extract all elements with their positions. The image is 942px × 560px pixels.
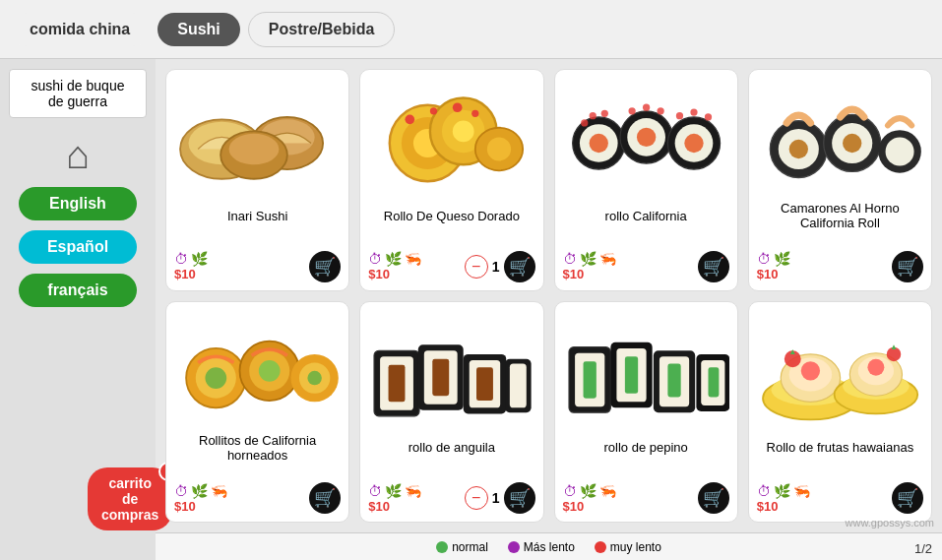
- food-image-california: [563, 78, 729, 196]
- svg-point-27: [581, 119, 588, 126]
- svg-point-15: [430, 107, 437, 114]
- food-controls-shrimp: 🛒: [892, 251, 923, 282]
- food-price-shrimp: $10: [757, 267, 790, 281]
- svg-point-28: [589, 112, 596, 119]
- sidebar-submenu[interactable]: sushi de buque de guerra: [9, 69, 147, 118]
- food-name-anguila: rollo de anguila: [408, 432, 495, 464]
- food-image-hawaianas: [757, 310, 923, 428]
- food-card-pepino: rollo de pepino ⏱ 🌿 🦐 $10 🛒: [554, 301, 738, 524]
- leaf-icon: 🌿: [191, 251, 208, 267]
- svg-point-33: [675, 112, 682, 119]
- svg-point-35: [704, 113, 711, 120]
- food-bottom-inari: ⏱ 🌿 $10 🛒: [174, 251, 341, 282]
- lang-english-button[interactable]: English: [19, 187, 137, 220]
- svg-point-80: [800, 361, 819, 380]
- home-icon[interactable]: ⌂: [66, 133, 90, 177]
- svg-rect-69: [624, 356, 637, 393]
- food-left-anguila: ⏱ 🌿 🦐 $10: [368, 483, 421, 514]
- svg-point-13: [487, 137, 511, 160]
- pagination: 1/2: [914, 541, 932, 556]
- svg-point-5: [229, 133, 280, 163]
- timer-icon: ⏱: [174, 483, 188, 499]
- svg-point-41: [843, 133, 861, 152]
- main-content: Inari Sushi ⏱ 🌿 $10 🛒 Rollo De Queso Dor…: [156, 59, 942, 532]
- svg-point-32: [657, 107, 663, 114]
- legend-slower-label: Más lento: [524, 540, 575, 554]
- timer-icon: ⏱: [757, 251, 771, 267]
- svg-point-46: [205, 367, 226, 389]
- lang-french-button[interactable]: français: [19, 274, 137, 307]
- svg-point-20: [589, 133, 607, 152]
- food-controls-hawaianas: 🛒: [892, 482, 923, 514]
- legend-normal-label: normal: [452, 540, 488, 554]
- food-name-california: rollo California: [605, 200, 687, 231]
- legend-normal-dot: [436, 541, 448, 553]
- food-icons-california: ⏱ 🌿 🦐: [563, 251, 616, 267]
- add-to-cart-btn-hawaianas[interactable]: 🛒: [892, 482, 923, 514]
- tab-sushi[interactable]: Sushi: [157, 13, 240, 46]
- tab-comida-china[interactable]: comida china: [10, 13, 150, 46]
- food-price-california: $10: [563, 267, 616, 281]
- svg-point-26: [684, 133, 703, 152]
- leaf-icon: 🌿: [580, 251, 597, 267]
- decrement-btn-golden[interactable]: −: [465, 255, 488, 279]
- legend-very-slow-dot: [595, 541, 606, 553]
- svg-point-85: [867, 359, 884, 376]
- add-to-cart-btn-california[interactable]: 🛒: [698, 251, 729, 282]
- food-controls-rollitos: 🛒: [309, 482, 341, 514]
- food-bottom-golden: ⏱ 🌿 🦐 $10 − 1 🛒: [368, 251, 534, 282]
- food-name-shrimp: Camarones Al Horno California Roll: [757, 200, 923, 231]
- svg-point-52: [307, 371, 322, 386]
- food-image-inari: [174, 78, 341, 196]
- add-to-cart-btn-pepino[interactable]: 🛒: [698, 482, 729, 514]
- top-nav: comida china Sushi Postre/Bebida: [0, 0, 942, 59]
- qty-display-anguila: 1: [492, 490, 500, 506]
- shrimp-icon: 🦐: [211, 483, 227, 499]
- food-price-pepino: $10: [563, 499, 616, 514]
- svg-rect-61: [476, 367, 493, 401]
- tab-postre[interactable]: Postre/Bebida: [248, 12, 396, 47]
- add-to-cart-btn-shrimp[interactable]: 🛒: [892, 251, 923, 282]
- add-to-cart-btn-anguila[interactable]: 🛒: [504, 482, 535, 514]
- cart-label: carrito de compras: [101, 475, 158, 523]
- food-price-rollitos: $10: [174, 499, 227, 514]
- food-name-inari: Inari Sushi: [227, 200, 287, 231]
- decrement-btn-anguila[interactable]: −: [465, 486, 488, 510]
- food-price-hawaianas: $10: [757, 499, 810, 514]
- food-name-golden: Rollo De Queso Dorado: [384, 200, 520, 231]
- svg-rect-66: [583, 361, 596, 398]
- svg-point-30: [628, 107, 635, 114]
- qty-display-golden: 1: [492, 259, 500, 275]
- food-card-inari: Inari Sushi ⏱ 🌿 $10 🛒: [165, 69, 349, 291]
- svg-point-34: [690, 108, 697, 115]
- svg-point-31: [642, 103, 649, 110]
- food-icons-hawaianas: ⏱ 🌿 🦐: [757, 483, 810, 499]
- leaf-icon: 🌿: [774, 251, 790, 267]
- food-bottom-anguila: ⏱ 🌿 🦐 $10 − 1 🛒: [368, 482, 534, 514]
- timer-icon: ⏱: [757, 483, 771, 499]
- add-to-cart-btn-rollitos[interactable]: 🛒: [309, 482, 341, 514]
- add-to-cart-btn-golden[interactable]: 🛒: [504, 251, 535, 282]
- lang-spanish-button[interactable]: Español: [19, 230, 137, 264]
- food-card-california: rollo California ⏱ 🌿 🦐 $10 🛒: [554, 69, 738, 291]
- food-name-hawaianas: Rollo de frutas hawaianas: [767, 432, 914, 464]
- add-to-cart-btn-inari[interactable]: 🛒: [309, 251, 341, 282]
- leaf-icon: 🌿: [774, 483, 790, 499]
- timer-icon: ⏱: [368, 483, 382, 499]
- food-image-rollitos: [174, 310, 341, 428]
- timer-icon: ⏱: [563, 251, 577, 267]
- food-card-anguila: rollo de anguila ⏱ 🌿 🦐 $10 − 1 🛒: [359, 301, 543, 524]
- svg-point-29: [600, 109, 607, 116]
- shrimp-icon: 🦐: [599, 251, 616, 267]
- timer-icon: ⏱: [563, 483, 577, 499]
- food-icons-anguila: ⏱ 🌿 🦐: [368, 483, 421, 499]
- sidebar: sushi de buque de guerra ⌂ English Españ…: [0, 59, 156, 560]
- legend-normal: normal: [436, 540, 488, 554]
- food-bottom-hawaianas: ⏱ 🌿 🦐 $10 🛒: [757, 482, 923, 514]
- svg-point-17: [471, 109, 478, 116]
- food-name-rollitos: Rollitos de California horneados: [174, 432, 341, 464]
- food-price-golden: $10: [368, 267, 421, 281]
- food-icons-pepino: ⏱ 🌿 🦐: [563, 483, 616, 499]
- food-left-pepino: ⏱ 🌿 🦐 $10: [563, 483, 616, 514]
- leaf-icon: 🌿: [191, 483, 208, 499]
